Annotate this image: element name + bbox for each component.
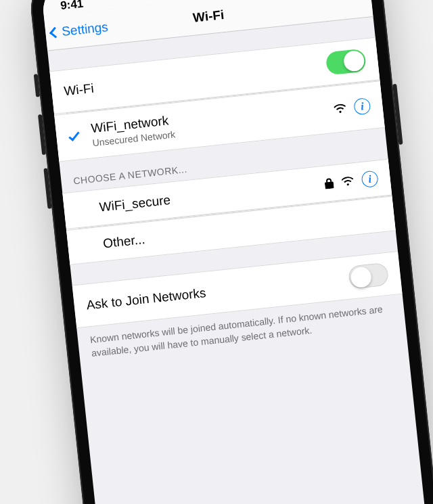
wifi-toggle[interactable] [325, 49, 367, 76]
lock-icon [324, 177, 334, 189]
info-icon[interactable]: i [353, 97, 371, 115]
back-button[interactable]: Settings [50, 19, 108, 40]
back-label: Settings [61, 19, 109, 39]
ask-to-join-toggle[interactable] [348, 262, 389, 290]
info-icon[interactable]: i [361, 170, 378, 188]
wifi-master-label: Wi-Fi [63, 81, 94, 99]
checkmark-icon [68, 129, 79, 141]
screen: 9:41 Settings Wi-Fi [41, 0, 430, 504]
network-ssid: WiFi_secure [99, 193, 171, 215]
wifi-signal-icon [334, 104, 346, 114]
wifi-signal-icon [341, 176, 354, 187]
chevron-left-icon [49, 26, 61, 38]
other-label: Other... [102, 232, 145, 251]
status-time: 9:41 [60, 0, 84, 13]
ask-to-join-label: Ask to Join Networks [86, 285, 207, 313]
phone-frame: 9:41 Settings Wi-Fi [27, 0, 433, 504]
page-title: Wi-Fi [192, 7, 225, 25]
